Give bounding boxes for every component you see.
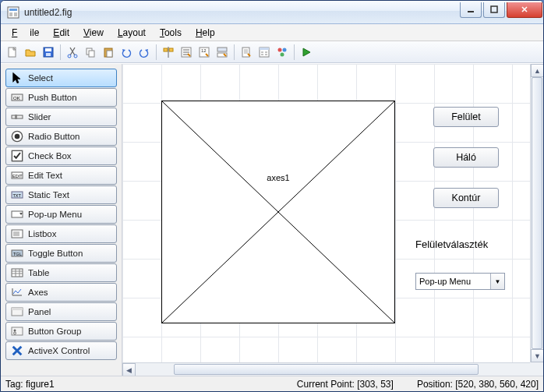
popup-value: Pop-up Menu: [419, 277, 471, 286]
minimize-button[interactable]: [460, 2, 482, 18]
scroll-corner: [530, 362, 543, 376]
panel-icon: [11, 306, 23, 317]
status-tag: Tag: figure1: [5, 379, 55, 390]
buttongroup-icon: [11, 326, 23, 337]
palette-button-group[interactable]: Button Group: [5, 322, 117, 341]
feluletvalasztek-label: Felületválaszték: [415, 238, 488, 250]
palette-edit-text[interactable]: EDITEdit Text: [5, 166, 117, 185]
open-icon[interactable]: [22, 44, 39, 61]
vertical-scrollbar[interactable]: ▲ ▼: [530, 64, 543, 362]
menu-help[interactable]: Help: [189, 26, 221, 40]
svg-text:OK: OK: [13, 96, 20, 101]
kontur-button[interactable]: Kontúr: [433, 188, 499, 208]
paste-icon[interactable]: [100, 44, 117, 61]
toolbar-editor-icon[interactable]: [214, 44, 231, 61]
mfile-editor-icon[interactable]: [238, 44, 255, 61]
component-palette: Select OKPush Button Slider Radio Button…: [1, 64, 122, 376]
pushbutton-icon: OK: [11, 92, 23, 103]
svg-rect-23: [242, 48, 249, 57]
scroll-up-icon[interactable]: ▲: [531, 64, 543, 77]
new-icon[interactable]: [4, 44, 21, 61]
svg-rect-32: [15, 115, 17, 119]
undo-icon[interactable]: [118, 44, 135, 61]
svg-rect-16: [164, 48, 168, 51]
svg-rect-3: [14, 12, 17, 16]
copy-icon[interactable]: [82, 44, 99, 61]
window-title: untitled2.fig: [24, 7, 458, 18]
window-controls: [458, 2, 542, 18]
svg-point-26: [278, 48, 282, 51]
app-icon: [7, 6, 19, 19]
svg-rect-46: [12, 308, 23, 310]
svg-rect-1: [9, 9, 17, 11]
menu-editor-icon[interactable]: [178, 44, 195, 61]
menu-view[interactable]: View: [77, 26, 110, 40]
svg-rect-25: [260, 48, 269, 50]
palette-slider[interactable]: Slider: [5, 108, 117, 126]
svg-rect-44: [12, 269, 23, 277]
palette-table[interactable]: Table: [5, 263, 117, 282]
listbox-icon: [11, 228, 23, 239]
palette-popup-menu[interactable]: Pop-up Menu: [5, 205, 117, 224]
canvas-wrap: axes1 Felület Háló Kontúr Felületválaszt…: [122, 64, 543, 376]
object-browser-icon[interactable]: [274, 44, 291, 61]
svg-rect-5: [491, 6, 497, 12]
palette-listbox[interactable]: Listbox: [5, 224, 117, 243]
chevron-down-icon: ▼: [490, 274, 504, 289]
maximize-button[interactable]: [483, 2, 505, 18]
palette-activex[interactable]: ActiveX Control: [5, 341, 117, 360]
menubar: File Edit View Layout Tools Help: [1, 24, 543, 41]
palette-check-box[interactable]: Check Box: [5, 147, 117, 165]
axes1[interactable]: axes1: [161, 101, 395, 323]
felulet-button[interactable]: Felület: [433, 107, 499, 127]
close-button[interactable]: [507, 2, 542, 18]
toolbar: 12: [1, 41, 543, 63]
checkbox-icon: [11, 150, 23, 161]
radio-icon: [11, 131, 23, 142]
guide-window: untitled2.fig File Edit View Layout Tool…: [0, 0, 544, 392]
redo-icon[interactable]: [136, 44, 153, 61]
palette-panel[interactable]: Panel: [5, 302, 117, 321]
canvas[interactable]: axes1 Felület Háló Kontúr Felületválaszt…: [122, 64, 543, 376]
svg-rect-21: [217, 48, 227, 51]
svg-text:TGL: TGL: [13, 252, 22, 256]
palette-radio-button[interactable]: Radio Button: [5, 127, 117, 146]
menu-tools[interactable]: Tools: [154, 26, 188, 40]
toggle-icon: TGL: [11, 248, 23, 259]
svg-text:12: 12: [201, 48, 207, 53]
tab-order-icon[interactable]: 12: [196, 44, 213, 61]
svg-point-28: [281, 52, 284, 56]
popup-icon: [11, 209, 23, 220]
cut-icon[interactable]: [64, 44, 81, 61]
svg-text:EDIT: EDIT: [12, 174, 23, 178]
svg-point-27: [283, 48, 287, 51]
scroll-down-icon[interactable]: ▼: [531, 349, 543, 362]
statictext-icon: TXT: [11, 189, 23, 200]
vscroll-thumb[interactable]: [532, 77, 542, 349]
scroll-left-icon[interactable]: ◀: [122, 363, 136, 376]
run-icon[interactable]: [298, 44, 315, 61]
popup-menu[interactable]: Pop-up Menu ▼: [415, 273, 505, 290]
edittext-icon: EDIT: [11, 170, 23, 181]
cursor-icon: [11, 72, 23, 83]
svg-rect-47: [12, 327, 23, 335]
palette-axes[interactable]: Axes: [5, 283, 117, 302]
palette-push-button[interactable]: OKPush Button: [5, 88, 117, 107]
halo-button[interactable]: Háló: [433, 147, 499, 168]
align-icon[interactable]: [160, 44, 177, 61]
svg-text:TXT: TXT: [13, 193, 22, 198]
menu-edit[interactable]: Edit: [47, 26, 76, 40]
svg-rect-4: [468, 11, 474, 12]
palette-toggle-button[interactable]: TGLToggle Button: [5, 244, 117, 263]
svg-point-48: [14, 330, 16, 332]
palette-select[interactable]: Select: [5, 69, 117, 87]
palette-static-text[interactable]: TXTStatic Text: [5, 185, 117, 204]
menu-layout[interactable]: Layout: [111, 26, 152, 40]
menu-file[interactable]: File: [5, 26, 45, 40]
save-icon[interactable]: [40, 44, 57, 61]
property-inspector-icon[interactable]: [256, 44, 273, 61]
svg-rect-9: [46, 53, 51, 56]
hscroll-thumb[interactable]: [174, 364, 479, 375]
horizontal-scrollbar[interactable]: ◀ ▶: [122, 362, 530, 376]
table-icon: [11, 267, 23, 278]
